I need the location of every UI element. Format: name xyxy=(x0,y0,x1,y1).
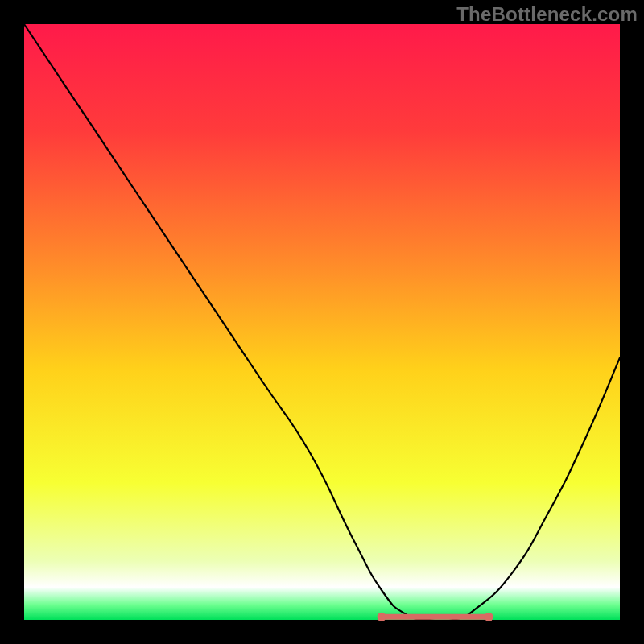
bottleneck-chart xyxy=(0,0,644,644)
optimal-range-end-dot xyxy=(485,613,493,621)
gradient-background xyxy=(24,24,620,620)
optimal-range-start-dot xyxy=(378,613,386,621)
watermark: TheBottleneck.com xyxy=(456,3,638,26)
chart-frame: TheBottleneck.com xyxy=(0,0,644,644)
